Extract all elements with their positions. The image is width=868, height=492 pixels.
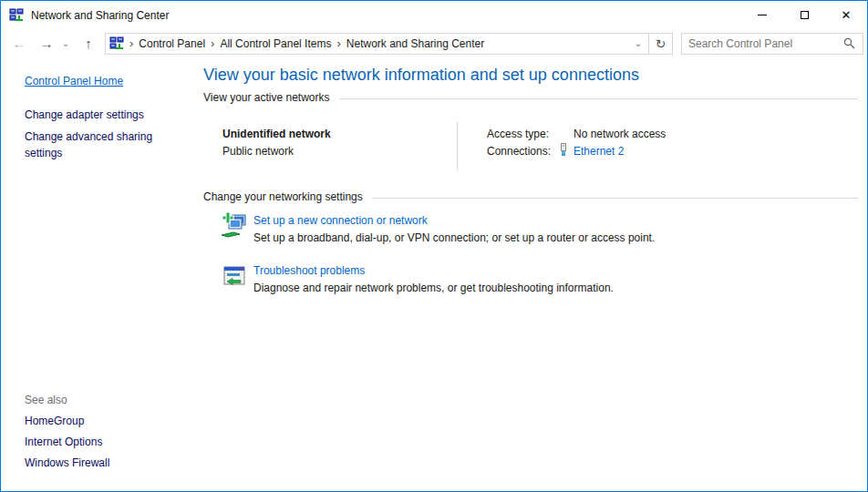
refresh-button[interactable]: ↻ [648, 33, 672, 55]
search-icon[interactable] [843, 37, 855, 49]
breadcrumb-all-items[interactable]: All Control Panel Items [220, 37, 331, 50]
sidebar-item-change-advanced-sharing[interactable]: Change advanced sharing settings [25, 128, 170, 161]
back-button[interactable]: ← [8, 36, 30, 50]
troubleshoot-description: Diagnose and repair network problems, or… [253, 282, 614, 294]
section-rule [372, 198, 858, 199]
active-networks-section-header: View your active networks [203, 91, 858, 104]
address-dropdown-icon[interactable]: ⌄ [628, 38, 648, 48]
breadcrumb-separator-icon: › [129, 36, 133, 50]
network-icon [9, 8, 24, 23]
breadcrumb-separator-icon: › [336, 36, 340, 50]
connection-link-ethernet2[interactable]: Ethernet 2 [574, 145, 624, 158]
up-button[interactable]: ↑ [78, 36, 99, 50]
network-info-divider [457, 122, 458, 170]
location-network-icon [109, 36, 124, 51]
search-input[interactable] [682, 37, 840, 50]
sidebar-item-internet-options[interactable]: Internet Options [25, 436, 102, 448]
sidebar-item-control-panel-home[interactable]: Control Panel Home [25, 75, 123, 87]
close-icon: ✕ [842, 9, 852, 21]
search-box [681, 33, 863, 55]
access-type-label: Access type: [487, 128, 549, 140]
network-sharing-center-window: Network and Sharing Center ✕ ← → ⌄ ↑ › C [0, 0, 868, 492]
history-dropdown-icon[interactable]: ⌄ [59, 39, 72, 48]
breadcrumb-separator-icon: › [211, 36, 214, 50]
ethernet-connector-icon [558, 142, 569, 158]
sidebar-item-windows-firewall[interactable]: Windows Firewall [25, 456, 109, 469]
window-title: Network and Sharing Center [31, 9, 169, 22]
network-name: Unidentified network [222, 128, 331, 140]
active-networks-label: View your active networks [203, 91, 330, 104]
setup-connection-description: Set up a broadband, dial-up, or VPN conn… [253, 231, 655, 244]
title-bar: Network and Sharing Center ✕ [1, 1, 867, 29]
forward-button[interactable]: → [36, 36, 57, 50]
sidebar-item-homegroup[interactable]: HomeGroup [25, 415, 84, 427]
section-rule [339, 98, 858, 99]
network-type: Public network [222, 145, 294, 158]
setup-connection-link[interactable]: Set up a new connection or network [253, 214, 428, 227]
see-also-label: See also [25, 394, 67, 406]
close-button[interactable]: ✕ [825, 1, 867, 29]
networking-settings-section-header: Change your networking settings [203, 190, 858, 203]
maximize-button[interactable] [783, 1, 825, 29]
new-connection-icon [220, 210, 249, 240]
sidebar-item-change-adapter-settings[interactable]: Change adapter settings [25, 108, 144, 121]
address-bar[interactable]: › Control Panel › All Control Panel Item… [105, 33, 673, 55]
troubleshoot-icon [220, 262, 249, 292]
breadcrumb-control-panel[interactable]: Control Panel [139, 37, 205, 50]
breadcrumb-network-sharing[interactable]: Network and Sharing Center [346, 37, 484, 50]
access-type-value: No network access [574, 128, 666, 140]
connections-label: Connections: [487, 145, 551, 158]
page-title: View your basic network information and … [203, 66, 639, 85]
maximize-icon [801, 11, 809, 19]
minimize-button[interactable] [741, 1, 783, 29]
networking-settings-label: Change your networking settings [203, 190, 363, 203]
minimize-icon [758, 15, 767, 15]
navigation-toolbar: ← → ⌄ ↑ › Control Panel › All Control Pa… [1, 29, 867, 57]
troubleshoot-link[interactable]: Troubleshoot problems [253, 264, 365, 277]
